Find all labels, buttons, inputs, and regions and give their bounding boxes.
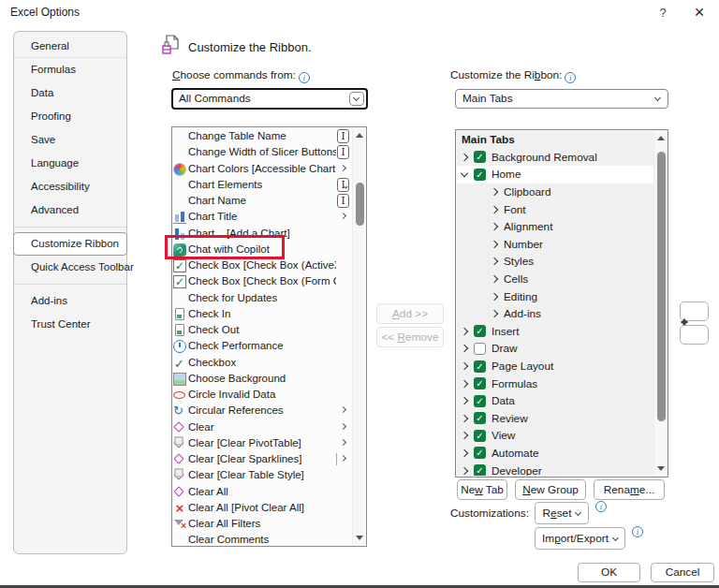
tree-item-page-layout[interactable]: Page Layout: [457, 358, 653, 375]
command-item-circle-invalid-data[interactable]: Circle Invalid Data: [172, 387, 352, 403]
command-item-clear[interactable]: Clear: [172, 419, 352, 435]
sidebar-item-customize-ribbon[interactable]: Customize Ribbon: [13, 232, 127, 256]
sidebar-item-general[interactable]: General: [14, 35, 126, 58]
checkbox-checked-icon[interactable]: [474, 325, 486, 337]
command-item-choose-background[interactable]: Choose Background: [172, 371, 352, 387]
checkbox-checked-icon[interactable]: [474, 360, 486, 373]
command-item-checkbox[interactable]: Checkbox: [172, 355, 352, 371]
sidebar-item-trust-center[interactable]: Trust Center: [14, 313, 126, 336]
command-item-chart-title[interactable]: Chart Title: [172, 209, 352, 225]
info-icon[interactable]: [565, 72, 576, 83]
customize-ribbon-dropdown[interactable]: Main Tabs: [455, 89, 668, 109]
checkbox-checked-icon[interactable]: [474, 430, 486, 442]
chevron-right-icon[interactable]: [491, 188, 498, 196]
tree-item-font[interactable]: Font: [457, 200, 653, 218]
chevron-down-icon[interactable]: [461, 169, 468, 177]
chevron-right-icon[interactable]: [461, 345, 468, 352]
tree-item-data[interactable]: Data: [457, 392, 653, 410]
ok-button[interactable]: OK: [578, 563, 640, 582]
info-icon[interactable]: [595, 501, 607, 512]
tree-item-background-removal[interactable]: Background Removal: [457, 149, 653, 167]
tree-item-cells[interactable]: Cells: [457, 271, 653, 288]
tabs-treeview[interactable]: Main TabsBackground RemovalHomeClipboard…: [455, 129, 668, 478]
move-down-button[interactable]: [680, 325, 709, 345]
chevron-right-icon[interactable]: [491, 205, 498, 213]
new-tab-button[interactable]: New Tab: [457, 479, 507, 500]
command-item-clear-all-filters[interactable]: Clear All Filters: [172, 516, 352, 532]
chevron-right-icon[interactable]: [461, 466, 468, 474]
sidebar-item-formulas[interactable]: Formulas: [14, 58, 126, 81]
sidebar-item-quick-access-toolbar[interactable]: Quick Access Toolbar: [14, 256, 126, 279]
tree-item-alignment[interactable]: Alignment: [457, 218, 653, 236]
chevron-right-icon[interactable]: [461, 379, 468, 387]
sidebar-item-data[interactable]: Data: [14, 81, 126, 105]
tree-item-number[interactable]: Number: [457, 236, 653, 254]
checkbox-checked-icon[interactable]: [474, 377, 486, 390]
commands-listbox[interactable]: Change Table NameIChange Width of Slicer…: [171, 126, 367, 547]
command-item-chart-elements[interactable]: Chart ElementsI: [172, 177, 352, 193]
command-item-clear-clear-pivottable[interactable]: Clear [Clear PivotTable]: [172, 435, 352, 451]
chevron-right-icon[interactable]: [461, 154, 468, 161]
checkbox-unchecked-icon[interactable]: [474, 343, 486, 355]
sidebar-item-accessibility[interactable]: Accessibility: [14, 175, 126, 198]
tree-item-draw[interactable]: Draw: [457, 340, 653, 358]
checkbox-checked-icon[interactable]: [474, 395, 486, 407]
checkbox-checked-icon[interactable]: [474, 151, 486, 163]
tree-item-review[interactable]: Review: [457, 410, 653, 428]
info-icon[interactable]: [632, 526, 643, 537]
scroll-down-icon[interactable]: [657, 466, 665, 471]
chevron-right-icon[interactable]: [491, 223, 498, 230]
tree-item-add-ins[interactable]: Add-ins: [457, 305, 653, 323]
sidebar-item-add-ins[interactable]: Add-ins: [14, 289, 126, 313]
command-item-check-in[interactable]: Check In: [172, 306, 352, 322]
chevron-right-icon[interactable]: [491, 275, 498, 283]
sidebar-item-save[interactable]: Save: [14, 128, 126, 152]
tree-item-formulas[interactable]: Formulas: [457, 375, 653, 392]
checkbox-checked-icon[interactable]: [474, 464, 486, 476]
checkbox-checked-icon[interactable]: [474, 169, 486, 181]
tree-item-home[interactable]: Home: [457, 166, 653, 184]
tree-item-insert[interactable]: Insert: [457, 323, 653, 341]
command-item-change-table-name[interactable]: Change Table NameI: [172, 128, 352, 144]
chevron-right-icon[interactable]: [461, 449, 468, 457]
close-icon[interactable]: ×: [688, 2, 711, 24]
chevron-right-icon[interactable]: [491, 310, 498, 317]
move-up-button[interactable]: [680, 301, 709, 321]
scrollbar-thumb[interactable]: [657, 152, 666, 421]
tree-item-developer[interactable]: Developer: [457, 462, 653, 476]
command-item-chart-name[interactable]: Chart NameI: [172, 193, 352, 209]
command-item-clear-comments[interactable]: Clear Comments: [172, 532, 352, 545]
tree-item-editing[interactable]: Editing: [457, 287, 653, 305]
sidebar-item-proofing[interactable]: Proofing: [14, 105, 126, 128]
info-icon[interactable]: [299, 72, 310, 83]
sidebar-item-advanced[interactable]: Advanced: [14, 198, 126, 222]
command-item-clear-clear-table-style[interactable]: Clear [Clear Table Style]: [172, 467, 352, 483]
import-export-button[interactable]: Import/Export: [535, 527, 625, 550]
chevron-right-icon[interactable]: [461, 328, 468, 335]
cancel-button[interactable]: Cancel: [651, 563, 714, 582]
command-item-check-out[interactable]: Check Out: [172, 322, 352, 338]
command-item-check-for-updates[interactable]: Check for Updates: [172, 290, 352, 306]
command-item-clear-clear-sparklines[interactable]: Clear [Clear Sparklines]: [172, 451, 352, 467]
tabs-scrollbar[interactable]: [653, 131, 667, 476]
checkbox-checked-icon[interactable]: [474, 447, 486, 459]
scroll-up-icon[interactable]: [657, 136, 665, 140]
remove-button[interactable]: << Remove: [376, 327, 444, 347]
command-item-chart-add-a-chart[interactable]: Chart... [Add a Chart]: [172, 226, 352, 242]
tree-item-view[interactable]: View: [457, 427, 653, 445]
tree-item-clipboard[interactable]: Clipboard: [457, 184, 653, 201]
commands-scrollbar[interactable]: [352, 128, 365, 545]
chevron-right-icon[interactable]: [461, 415, 468, 422]
sidebar-item-language[interactable]: Language: [14, 152, 126, 175]
command-item-check-performance[interactable]: Check Performance: [172, 338, 352, 354]
rename-button[interactable]: Rename...: [594, 479, 665, 500]
chevron-right-icon[interactable]: [491, 292, 498, 300]
command-item-chart-colors-accessible-chart-[interactable]: Chart Colors [Accessible Chart Qui...: [172, 161, 352, 177]
command-item-clear-all-pivot-clear-all[interactable]: Clear All [Pivot Clear All]: [172, 500, 352, 516]
chevron-right-icon[interactable]: [461, 397, 468, 404]
chevron-right-icon[interactable]: [461, 362, 468, 370]
checkbox-checked-icon[interactable]: [474, 412, 486, 424]
chevron-right-icon[interactable]: [491, 241, 498, 248]
command-item-circular-references[interactable]: Circular References: [172, 403, 352, 419]
reset-button[interactable]: Reset: [535, 502, 589, 524]
